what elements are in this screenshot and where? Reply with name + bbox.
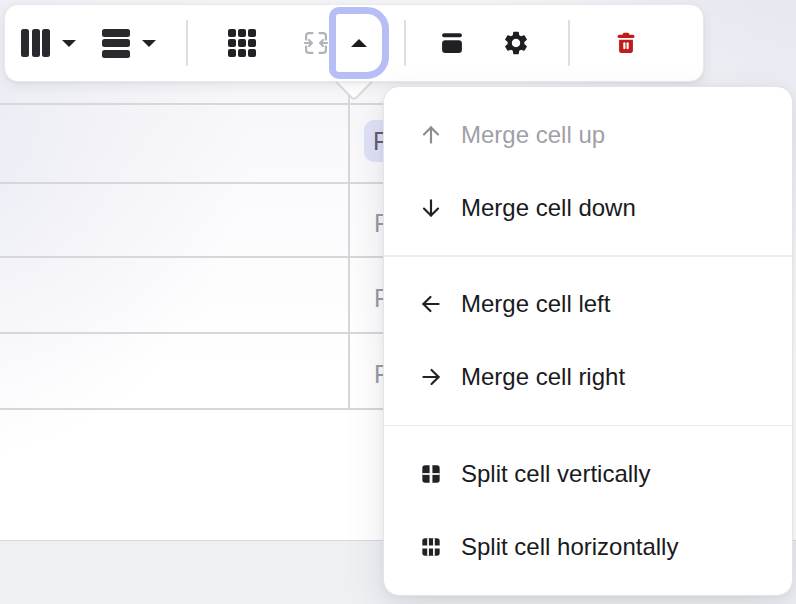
table-row-border bbox=[0, 182, 400, 184]
merge-split-menu: Merge cell up Merge cell down Merge cell… bbox=[383, 86, 793, 596]
table-row-border bbox=[0, 332, 400, 334]
toolbar-divider bbox=[186, 20, 188, 66]
menu-item-label: Split cell horizontally bbox=[461, 533, 678, 561]
menu-item-merge-cell-down[interactable]: Merge cell down bbox=[384, 171, 792, 244]
menu-item-merge-cell-right[interactable]: Merge cell right bbox=[384, 341, 792, 414]
menu-section-merge-horizontal: Merge cell left Merge cell right bbox=[384, 257, 792, 425]
menu-item-merge-cell-left[interactable]: Merge cell left bbox=[384, 268, 792, 341]
table-grid-button[interactable] bbox=[218, 19, 266, 67]
table-column-border bbox=[348, 84, 350, 410]
caret-up-icon bbox=[351, 39, 367, 47]
chevron-down-icon bbox=[62, 40, 76, 47]
menu-item-label: Split cell vertically bbox=[461, 460, 650, 488]
toolbar-divider bbox=[404, 20, 406, 66]
rows-icon bbox=[102, 29, 130, 58]
table-row-border bbox=[0, 408, 400, 410]
chevron-down-icon bbox=[142, 40, 156, 47]
columns-icon bbox=[21, 29, 50, 57]
menu-item-split-cell-vertically[interactable]: Split cell vertically bbox=[384, 437, 792, 510]
merge-cells-icon bbox=[302, 29, 330, 57]
menu-item-label: Merge cell left bbox=[461, 290, 610, 318]
columns-button[interactable] bbox=[21, 15, 76, 71]
table-row-border bbox=[0, 256, 400, 258]
menu-section-split: Split cell vertically Split cell horizon… bbox=[384, 426, 792, 594]
menu-item-label: Merge cell up bbox=[461, 121, 605, 149]
merge-split-menu-button[interactable] bbox=[329, 7, 389, 79]
menu-item-merge-cell-up[interactable]: Merge cell up bbox=[384, 98, 792, 171]
trash-icon bbox=[613, 30, 639, 56]
table-toolbar bbox=[4, 4, 704, 82]
delete-table-button[interactable] bbox=[602, 19, 650, 67]
header-row-button[interactable] bbox=[428, 19, 476, 67]
menu-item-label: Merge cell down bbox=[461, 194, 636, 222]
rows-button[interactable] bbox=[102, 15, 156, 71]
menu-section-merge-vertical: Merge cell up Merge cell down bbox=[384, 87, 792, 255]
settings-button[interactable] bbox=[492, 19, 540, 67]
table-row-border bbox=[0, 103, 400, 105]
split-horizontal-icon bbox=[418, 534, 444, 560]
toolbar-divider bbox=[568, 20, 570, 66]
arrow-up-icon bbox=[418, 122, 444, 148]
table-grid-icon bbox=[228, 29, 256, 57]
menu-item-label: Merge cell right bbox=[461, 363, 625, 391]
menu-item-split-cell-horizontally[interactable]: Split cell horizontally bbox=[384, 510, 792, 583]
split-vertical-icon bbox=[418, 461, 444, 487]
arrow-right-icon bbox=[418, 364, 444, 390]
toolbar-pointer-arrow bbox=[330, 82, 374, 102]
header-row-icon bbox=[438, 29, 466, 57]
gear-icon bbox=[502, 29, 530, 57]
arrow-left-icon bbox=[418, 291, 444, 317]
arrow-down-icon bbox=[418, 195, 444, 221]
